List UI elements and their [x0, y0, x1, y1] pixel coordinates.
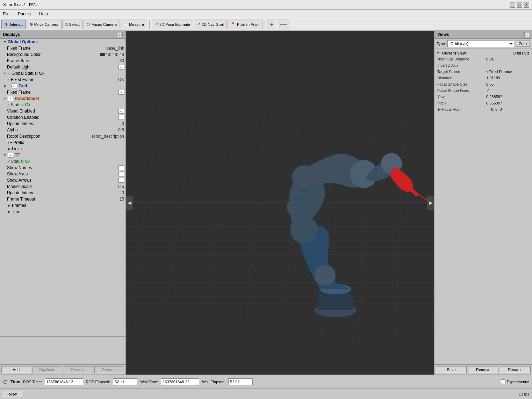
- minimize-button[interactable]: —: [510, 2, 515, 8]
- move-camera-button[interactable]: ⊕ Move Camera: [27, 20, 62, 29]
- robot-description-row[interactable]: Robot Description robot_description: [0, 133, 125, 139]
- views-header: Views ◻: [434, 31, 532, 39]
- robotmodel-row[interactable]: ▼ RobotModel: [0, 95, 125, 102]
- views-tree: ▼ Current View Orbit (rviz) Near Clip Di…: [434, 49, 532, 364]
- maximize-button[interactable]: □: [517, 2, 522, 8]
- show-names-cb[interactable]: [118, 165, 124, 170]
- experimental-checkbox[interactable]: [501, 379, 505, 384]
- global-status-row[interactable]: ▼ ✓ Global Status: Ok: [0, 70, 125, 77]
- tf-update-interval-value: 0: [122, 190, 124, 195]
- show-axes-cb[interactable]: [118, 172, 124, 176]
- bg-color-row[interactable]: Background Color 48; 48; 48: [0, 51, 125, 58]
- update-interval-row[interactable]: Update Interval 0: [0, 121, 125, 127]
- focal-point-row[interactable]: ▶ Focal Point 0; 0; 0: [434, 106, 532, 113]
- robotmodel-checkbox[interactable]: [8, 96, 13, 101]
- titlebar-controls[interactable]: — □ ✕: [510, 2, 529, 8]
- robotmodel-status-label: Status: Ok: [11, 102, 124, 107]
- global-options-row[interactable]: ▼ Global Options: [0, 39, 125, 45]
- pitch-label: Pitch: [437, 101, 486, 105]
- tf-row[interactable]: ▼ TF: [0, 152, 125, 158]
- svg-line-10: [245, 101, 266, 345]
- frames-row[interactable]: ▶ Frames: [0, 202, 125, 209]
- alpha-row[interactable]: Alpha 0.5: [0, 127, 125, 133]
- robotmodel-status-row[interactable]: ✓ Status: Ok: [0, 102, 125, 108]
- default-light-row[interactable]: Default Light: [0, 64, 125, 70]
- displays-panel-toggle[interactable]: ◻: [118, 32, 123, 37]
- grid-arrow: ▶: [3, 84, 7, 88]
- menu-file[interactable]: File: [1, 11, 11, 17]
- add-display-btn[interactable]: Add: [1, 366, 31, 373]
- tf-status-row[interactable]: ✓ Status: Ok: [0, 158, 125, 165]
- interact-button[interactable]: 🖱 Interact: [1, 20, 26, 29]
- tf-update-interval-row[interactable]: Update Interval 0: [0, 190, 125, 196]
- add-display-button[interactable]: +: [267, 20, 276, 29]
- frame-timeout-label: Frame Timeout: [7, 197, 120, 202]
- focal-shape-size-row: Focal Shape Size 0.05: [434, 81, 532, 87]
- views-type-dropdown[interactable]: Orbit (rviz): [447, 40, 514, 47]
- select-button[interactable]: □ Select: [62, 20, 83, 29]
- global-options-arrow: ▼: [3, 40, 7, 44]
- ros-elapsed-input[interactable]: [113, 378, 137, 385]
- fixed-frame-ok-row[interactable]: ✓ Fixed Frame OK: [0, 77, 125, 83]
- global-options-label: Global Options: [8, 39, 124, 44]
- remove-view-button[interactable]: Remove: [468, 366, 499, 373]
- rename-view-button[interactable]: Rename: [500, 366, 531, 373]
- show-axes-row[interactable]: Show Axes: [0, 171, 125, 177]
- svg-line-14: [395, 101, 405, 345]
- tf-prefix-row[interactable]: TF Prefix: [0, 139, 125, 146]
- pose-estimate-label: 2D Pose Estimate: [159, 22, 190, 27]
- focal-shape-size-value: 0.05: [486, 82, 529, 86]
- grid-fixed-frame-row[interactable]: Fixed Frame: [0, 89, 125, 95]
- grid-checkbox[interactable]: [12, 84, 17, 88]
- marker-scale-row[interactable]: Marker Scale 0.5: [0, 183, 125, 190]
- views-type-row: Type: Orbit (rviz) Zero: [434, 39, 532, 49]
- frame-rate-row[interactable]: Frame Rate 30: [0, 58, 125, 64]
- reset-button[interactable]: Reset: [3, 391, 22, 397]
- collision-enabled-cb[interactable]: [118, 115, 124, 120]
- ros-time-input[interactable]: [45, 378, 83, 385]
- tree-row[interactable]: ▶ Tree: [0, 209, 125, 215]
- nav-goal-button[interactable]: ↗ 2D Nav Goal: [194, 20, 227, 29]
- toolbar-line-button[interactable]: [277, 20, 290, 29]
- alpha-value: 0.5: [118, 128, 124, 132]
- save-view-button[interactable]: Save: [436, 366, 467, 373]
- menu-panels[interactable]: Panels: [16, 11, 32, 17]
- views-panel-toggle[interactable]: ◻: [524, 32, 529, 37]
- visual-enabled-row[interactable]: Visual Enabled: [0, 108, 125, 114]
- links-row[interactable]: ▶ Links: [0, 146, 125, 152]
- wall-elapsed-input[interactable]: [228, 378, 253, 385]
- svg-marker-25: [409, 188, 419, 197]
- visual-enabled-cb[interactable]: [118, 109, 124, 114]
- experimental-label: Experimental: [507, 380, 529, 384]
- viewport-arrow-right[interactable]: ▶: [427, 196, 434, 210]
- show-axes-label: Show Axes: [7, 172, 118, 176]
- default-light-checkbox[interactable]: [118, 65, 124, 70]
- show-names-row[interactable]: Show Names: [0, 165, 125, 171]
- show-arrows-cb[interactable]: [118, 178, 124, 183]
- frame-timeout-row[interactable]: Frame Timeout 15: [0, 196, 125, 202]
- target-frame-row: Target Frame <Fixed Frame>: [434, 68, 532, 75]
- menu-help[interactable]: Help: [38, 11, 49, 17]
- focus-camera-button[interactable]: ◎ Focus Camera: [84, 20, 120, 29]
- publish-point-button[interactable]: 📍 Publish Point: [228, 20, 263, 29]
- grid-fixed-frame-cb[interactable]: [118, 90, 124, 95]
- tf-checkbox[interactable]: [8, 153, 13, 158]
- select-icon: □: [65, 22, 68, 27]
- wall-time-input[interactable]: [161, 378, 199, 385]
- links-label: Links: [12, 146, 124, 151]
- viewport-arrow-left[interactable]: ◀: [126, 196, 133, 210]
- zero-button[interactable]: Zero: [516, 41, 530, 47]
- collision-enabled-row[interactable]: Collision Enabled: [0, 114, 125, 121]
- close-button[interactable]: ✕: [524, 2, 529, 8]
- near-clip-label: Near Clip Distance: [437, 57, 486, 61]
- measure-button[interactable]: — Measure: [121, 20, 147, 29]
- fixed-frame-row[interactable]: Fixed Frame base_link: [0, 45, 125, 51]
- focus-camera-icon: ◎: [87, 22, 90, 27]
- tf-arrow: ▼: [3, 153, 7, 157]
- grid-row[interactable]: ▶ ✓ Grid: [0, 83, 125, 89]
- show-arrows-row[interactable]: Show Arrows: [0, 177, 125, 183]
- current-view-section[interactable]: ▼ Current View Orbit (rviz): [434, 50, 532, 56]
- pose-estimate-button[interactable]: ↗ 2D Pose Estimate: [152, 20, 193, 29]
- 3d-viewport[interactable]: .grid-line { stroke: #555; stroke-width:…: [126, 31, 434, 375]
- grid-check: ✓: [8, 84, 11, 88]
